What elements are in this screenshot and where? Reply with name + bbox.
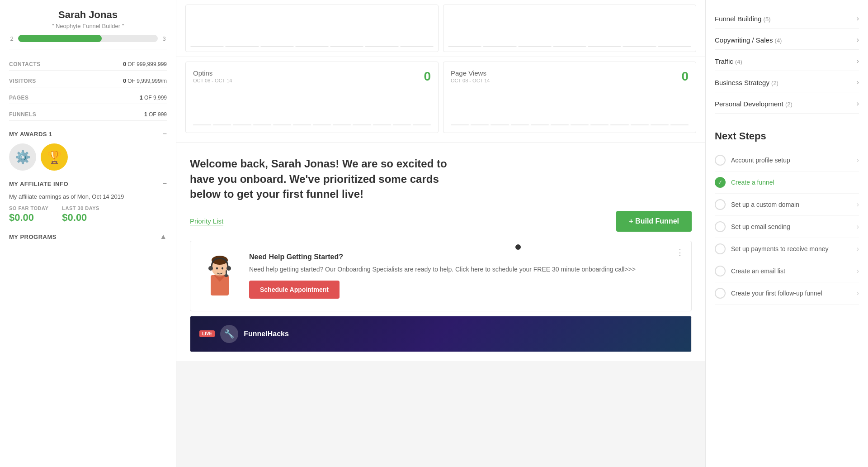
right-sidebar: Funnel Building (5) › Copywriting / Sale… [705,0,868,467]
step-custom-domain[interactable]: Set up a custom domain › [715,194,859,216]
optins-value: 0 [424,69,431,84]
step-email-list[interactable]: Create an email list › [715,260,859,282]
page-views-title: Page Views [451,69,490,77]
earning-30days-value: $0.00 [62,212,99,224]
chart-top-right [443,5,696,52]
help-card: ⋮ [190,241,692,311]
step-circle-email-list [715,266,726,276]
step-follow-up-funnel[interactable]: Create your first follow-up funnel › [715,282,859,305]
stat-row-pages: PAGES 1 OF 9,999 [9,92,167,104]
awards-section: MY AWARDS 1 − ⚙️ 🏆 [9,130,167,171]
sidebar-divider [715,121,859,121]
funnel-hacks-card[interactable]: LIVE 🔧 FunnelHacks [190,316,692,352]
progress-max: 3 [161,35,167,42]
page-views-chart-card: Page Views OCT 08 - OCT 14 0 [443,62,696,133]
page-views-value: 0 [681,69,689,84]
affiliate-earnings: SO FAR TODAY $0.00 LAST 30 DAYS $0.00 [9,205,167,224]
profile-name: Sarah Jonas [9,9,167,21]
svg-point-8 [222,267,223,269]
step-account-profile-setup[interactable]: Account profile setup › [715,149,859,172]
progress-bar-container [18,35,158,42]
step-circle-payments [715,243,726,254]
stat-value-visitors: 0 OF 9,999,999/m [123,78,167,84]
stat-value-contacts: 0 OF 999,999,999 [123,61,167,67]
step-payments[interactable]: Set up payments to receive money › [715,238,859,260]
step-arrow-email-list: › [857,267,859,275]
optins-chart-card: Optins OCT 08 - OCT 14 0 [185,62,439,133]
step-arrow-follow-up-funnel: › [857,289,859,297]
nav-category-traffic[interactable]: Traffic (4) › [715,52,859,71]
chart-top-left [185,5,439,52]
svg-rect-5 [226,270,227,275]
step-arrow-payments: › [857,245,859,253]
nav-categories: Funnel Building (5) › Copywriting / Sale… [715,9,859,114]
priority-list-link[interactable]: Priority List [190,217,223,225]
stat-row-visitors: VISITORS 0 OF 9,999,999/m [9,75,167,87]
left-sidebar: Sarah Jonas " Neophyte Funnel Builder " … [0,0,176,467]
programs-header: MY PROGRAMS ▲ [9,233,167,241]
award-badge-trophy: 🏆 [41,143,68,171]
next-steps-section: Next Steps Account profile setup › ✓ Cre… [715,130,859,305]
help-description: Need help getting started? Our Onboardin… [249,265,636,274]
help-illustration [199,250,240,302]
awards-header: MY AWARDS 1 − [9,130,167,138]
programs-title: MY PROGRAMS [9,234,57,240]
programs-toggle[interactable]: ▲ [160,233,167,241]
step-circle-follow-up-funnel [715,288,726,299]
nav-category-traffic-arrow: › [857,57,859,65]
stat-label-contacts: CONTACTS [9,61,41,67]
nav-category-personal-development[interactable]: Personal Development (2) › [715,94,859,114]
step-payments-left: Set up payments to receive money [715,243,829,254]
help-title: Need Help Getting Started? [249,253,636,261]
optins-date: OCT 08 - OCT 14 [193,78,232,83]
awards-toggle[interactable]: − [163,130,167,138]
progress-min: 2 [9,35,14,42]
card-menu-dots: ⋮ [676,248,685,257]
welcome-section: Welcome back, Sarah Jonas! We are so exc… [176,143,705,361]
step-circle-email-sending [715,221,726,232]
page-views-date: OCT 08 - OCT 14 [451,78,490,83]
nav-category-funnel-building[interactable]: Funnel Building (5) › [715,9,859,29]
affiliate-header: MY AFFILIATE INFO − [9,180,167,188]
nav-category-personal-development-label: Personal Development (2) [715,100,793,108]
nav-category-copywriting[interactable]: Copywriting / Sales (4) › [715,30,859,50]
awards-grid: ⚙️ 🏆 [9,143,167,171]
step-label-custom-domain: Set up a custom domain [731,201,799,208]
affiliate-date: My affiliate earnings as of Mon, Oct 14 … [9,193,167,200]
build-funnel-button[interactable]: + Build Funnel [616,211,692,232]
step-circle-custom-domain [715,199,726,210]
step-email-sending-left: Set up email sending [715,221,790,232]
stat-label-funnels: FUNNELS [9,111,36,118]
affiliate-section: MY AFFILIATE INFO − My affiliate earning… [9,180,167,224]
nav-category-business-strategy-arrow: › [857,78,859,86]
step-arrow-email-sending: › [857,223,859,231]
nav-category-business-strategy-label: Business Strategy (2) [715,79,778,86]
schedule-appointment-button[interactable]: Schedule Appointment [249,281,340,299]
step-create-funnel-left: ✓ Create a funnel [715,177,774,188]
progress-bar-fill [18,35,102,42]
optins-title: Optins [193,69,232,77]
earning-30days: LAST 30 DAYS $0.00 [62,205,99,224]
nav-category-business-strategy[interactable]: Business Strategy (2) › [715,73,859,92]
earning-today-value: $0.00 [9,212,48,224]
step-custom-domain-left: Set up a custom domain [715,199,799,210]
funnel-hacks-content: LIVE 🔧 FunnelHacks [190,320,691,348]
stat-label-visitors: VISITORS [9,78,36,84]
step-arrow-custom-domain: › [857,200,859,209]
awards-title: MY AWARDS 1 [9,131,52,138]
main-content: Optins OCT 08 - OCT 14 0 [176,0,705,467]
step-email-sending[interactable]: Set up email sending › [715,216,859,238]
step-circle-create-funnel: ✓ [715,177,726,188]
step-label-create-funnel: Create a funnel [731,179,774,186]
affiliate-toggle[interactable]: − [163,180,167,188]
nav-category-personal-development-arrow: › [857,100,859,108]
charts-section: Optins OCT 08 - OCT 14 0 [176,57,705,143]
step-email-list-left: Create an email list [715,266,785,276]
step-circle-account-profile [715,155,726,166]
nav-category-traffic-label: Traffic (4) [715,57,742,65]
card-menu[interactable]: ⋮ [676,248,685,257]
funnel-hacks-label: FunnelHacks [244,330,289,338]
svg-point-4 [226,266,231,271]
step-label-account-profile: Account profile setup [731,157,790,164]
step-create-funnel[interactable]: ✓ Create a funnel [715,172,859,194]
